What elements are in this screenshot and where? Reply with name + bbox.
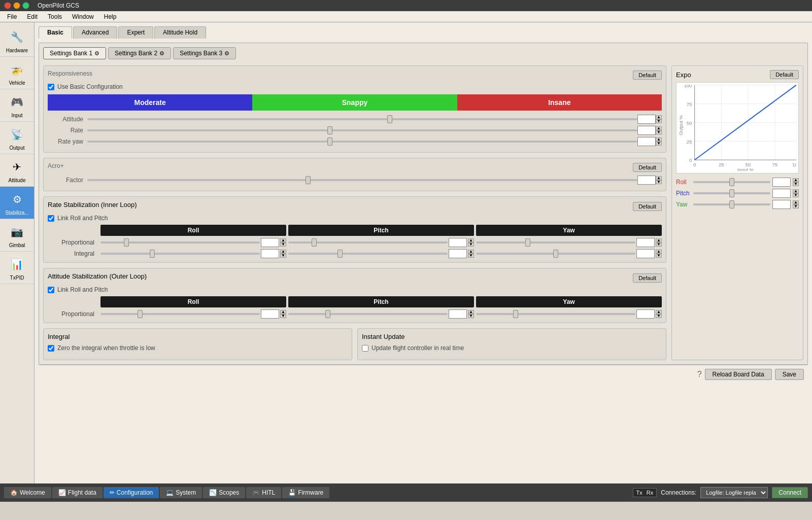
status-tab-hitl[interactable]: 🎮 HITL (246, 487, 281, 498)
rate-roll-prop-slider[interactable] (100, 241, 260, 244)
tab-expert[interactable]: Expert (118, 26, 153, 39)
rate-pitch-integral: 32 ▲▼ (288, 249, 474, 258)
settings-bank-3[interactable]: Settings Bank 3 ⚙ (173, 47, 236, 59)
att-roll-prop-slider[interactable] (100, 313, 260, 315)
attitude-value-input[interactable]: 55 (637, 115, 656, 124)
sidebar-item-hardware[interactable]: 🔧 Hardware (0, 24, 34, 57)
tab-basic[interactable]: Basic (39, 26, 72, 39)
status-tab-firmware[interactable]: 💾 Firmware (282, 487, 329, 498)
expo-roll-input[interactable]: 0 (772, 178, 791, 187)
rate-pitch-int-slider[interactable] (288, 253, 448, 255)
save-btn[interactable]: Save (775, 369, 804, 380)
responsiveness-default-btn[interactable]: Default (633, 71, 662, 80)
settings-bank-1[interactable]: Settings Bank 1 ⚙ (43, 47, 106, 59)
tab-altitude-hold[interactable]: Altitude Hold (154, 26, 206, 39)
expo-yaw-slider[interactable] (693, 203, 770, 205)
rate-slider[interactable] (87, 129, 637, 131)
att-roll-prop-input[interactable]: 12 (261, 309, 279, 319)
rate-yaw-label: Rate yaw (48, 138, 83, 145)
menu-edit[interactable]: Edit (22, 12, 43, 21)
status-tab-system[interactable]: 💻 System (160, 487, 202, 498)
ey-down[interactable]: ▼ (793, 204, 799, 209)
rate-yaw-slider[interactable] (87, 141, 637, 143)
mode-moderate-btn[interactable]: Moderate (48, 94, 252, 111)
menu-window[interactable]: Window (67, 12, 99, 21)
help-icon[interactable]: ? (697, 370, 702, 379)
rate-yaw-int-input[interactable]: 50 (636, 249, 655, 258)
sidebar-item-stabiliza[interactable]: ⚙ Stabiliza... (0, 187, 34, 219)
menu-tools[interactable]: Tools (43, 12, 67, 21)
tab-advanced[interactable]: Advanced (73, 26, 117, 39)
reload-board-data-btn[interactable]: Reload Board Data (705, 369, 772, 380)
rate-yaw-prop-input[interactable]: 32 (636, 238, 655, 247)
expo-default-btn[interactable]: Default (770, 70, 799, 79)
sidebar-item-gimbal[interactable]: 📷 Gimbal (0, 219, 34, 252)
ryi-down[interactable]: ▼ (656, 254, 662, 258)
rate-roll-prop-input[interactable]: 15 (261, 238, 279, 247)
att-pitch-prop-input[interactable]: 12 (449, 309, 467, 319)
use-basic-config-checkbox[interactable] (48, 84, 54, 90)
rate-pitch-int-input[interactable]: 32 (449, 249, 467, 258)
rate-yaw-spin-down[interactable]: ▼ (656, 142, 662, 146)
rate-roll-int-slider[interactable] (100, 253, 260, 255)
rate-value-input[interactable]: 220 (637, 126, 656, 135)
menu-help[interactable]: Help (99, 12, 122, 21)
settings-bank-2[interactable]: Settings Bank 2 ⚙ (108, 47, 171, 59)
attitude-spin-down[interactable]: ▼ (656, 119, 662, 123)
sidebar-item-vehicle[interactable]: 🚁 Vehicle (0, 57, 34, 89)
sidebar-item-txpid[interactable]: 📊 TxPID (0, 252, 34, 284)
rpp-down[interactable]: ▼ (468, 242, 474, 247)
rate-spin-down[interactable]: ▼ (656, 130, 662, 134)
att-stab-default-btn[interactable]: Default (633, 273, 662, 283)
window-buttons[interactable] (4, 2, 29, 9)
sidebar-item-input[interactable]: 🎮 Input (0, 89, 34, 122)
factor-slider[interactable] (87, 179, 637, 181)
att-yaw-prop-slider[interactable] (476, 313, 635, 315)
att-pitch-prop-slider[interactable] (288, 313, 448, 315)
sidebar-item-output[interactable]: 📡 Output (0, 122, 34, 154)
rate-yaw-prop-slider[interactable] (476, 241, 635, 244)
close-btn[interactable] (4, 2, 11, 9)
status-tab-configuration[interactable]: ✏ Configuration (104, 487, 159, 498)
er-down[interactable]: ▼ (793, 182, 799, 186)
rate-yaw-value-input[interactable]: 220 (637, 137, 656, 146)
rate-pitch-prop-slider[interactable] (288, 241, 448, 244)
connections-select[interactable]: Logfile: Logfile repla (700, 487, 768, 498)
rate-roll-int-input[interactable]: 32 (261, 249, 279, 258)
expo-pitch-slider[interactable] (693, 192, 770, 194)
connect-button[interactable]: Connect (772, 487, 808, 498)
att-link-checkbox[interactable] (48, 287, 54, 293)
ayp-down[interactable]: ▼ (656, 314, 662, 318)
sidebar-item-attitude[interactable]: ✈ Attitude (0, 154, 34, 187)
maximize-btn[interactable] (22, 2, 29, 9)
bottom-sections: Integral Zero the integral when throttle… (43, 328, 666, 360)
status-tab-flight-data[interactable]: 📈 Flight data (52, 487, 103, 498)
expo-pitch-input[interactable]: 0 (772, 189, 791, 198)
acro-plus-default-btn[interactable]: Default (633, 163, 662, 172)
expo-yaw-input[interactable]: 0 (772, 200, 791, 209)
attitude-slider[interactable] (87, 118, 637, 120)
status-tab-scopes[interactable]: 📉 Scopes (203, 487, 245, 498)
arp-down[interactable]: ▼ (280, 314, 286, 318)
ryp-down[interactable]: ▼ (656, 242, 662, 247)
mode-snappy-btn[interactable]: Snappy (252, 94, 457, 111)
rate-stab-default-btn[interactable]: Default (633, 202, 662, 211)
status-tab-welcome[interactable]: 🏠 Welcome (4, 487, 51, 498)
factor-value-input[interactable]: 40 (637, 176, 656, 185)
rpi-down[interactable]: ▼ (468, 254, 474, 258)
app-down[interactable]: ▼ (468, 314, 474, 318)
rri-down[interactable]: ▼ (280, 254, 286, 258)
zero-integral-checkbox[interactable] (48, 345, 54, 352)
rate-yaw-int-slider[interactable] (476, 253, 635, 255)
rate-link-checkbox[interactable] (48, 215, 54, 222)
rrp-down[interactable]: ▼ (280, 242, 286, 247)
expo-roll-slider[interactable] (693, 181, 770, 183)
menu-file[interactable]: File (2, 12, 22, 21)
factor-spin-down[interactable]: ▼ (656, 180, 662, 184)
mode-insane-btn[interactable]: Insane (457, 94, 662, 111)
minimize-btn[interactable] (13, 2, 20, 9)
update-checkbox[interactable] (362, 345, 368, 352)
rate-pitch-prop-input[interactable]: 15 (449, 238, 467, 247)
ep-down[interactable]: ▼ (793, 193, 799, 197)
att-yaw-prop-input[interactable]: 12 (636, 309, 655, 319)
